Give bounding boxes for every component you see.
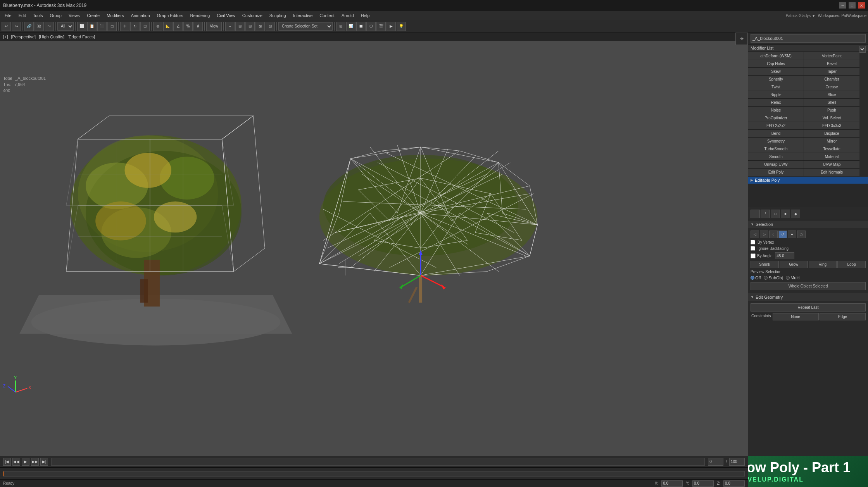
border-mode-button[interactable]: □ [771,210,780,218]
selection-section-header[interactable]: ▼ Selection [748,220,868,228]
render-frame-button[interactable]: ▶ [387,22,396,31]
stack-editable-poly[interactable]: ▶ Editable Poly [748,177,868,184]
mod-athdeform[interactable]: athDeform (WSM) [748,52,804,60]
mod-ripple[interactable]: Ripple [748,91,804,98]
mod-vol-select[interactable]: Vol. Select [804,114,859,122]
scale-button[interactable]: ⊡ [140,22,150,31]
snap-toggle-button[interactable]: 📐 [163,22,173,31]
selection-set-dropdown[interactable]: Create Selection Set [278,22,333,31]
mod-crease[interactable]: Crease [804,83,859,91]
ignore-backfacing-checkbox[interactable] [751,246,755,251]
mod-spherify[interactable]: Spherify [748,76,804,83]
mod-smooth[interactable]: Smooth [748,153,804,160]
undo-button[interactable]: ↩ [2,22,11,31]
shrink-button[interactable]: Shrink [751,261,779,268]
align-button[interactable]: ⊞ [235,22,245,31]
curve-editor-button[interactable]: 📊 [346,22,355,31]
by-angle-checkbox[interactable] [751,253,756,258]
mod-skew[interactable]: Skew [748,68,804,75]
menu-help[interactable]: Help [358,12,373,19]
menu-scripting[interactable]: Scripting [266,12,289,19]
close-button[interactable]: ✕ [858,2,865,9]
subobj-radio[interactable]: SubObj [764,275,783,280]
whole-object-selected-button[interactable]: Whole Object Selected [751,282,866,290]
viewport[interactable]: [+] [Perspective] [High Quality] [Edged … [0,33,748,456]
timeline-bar[interactable] [51,458,705,466]
menu-graph-editors[interactable]: Graph Editors [154,12,186,19]
redo-button[interactable]: ↪ [12,22,21,31]
loop-button[interactable]: Loop [837,261,866,268]
mod-taper[interactable]: Taper [804,68,859,75]
timeline-prev-key-btn[interactable]: ◀◀ [12,458,20,466]
move-button[interactable]: ✛ [120,22,129,31]
mod-shell[interactable]: Shell [804,99,859,106]
select-filter-dropdown[interactable]: All [57,22,74,31]
select-and-move-button[interactable]: ↔ [225,22,235,31]
menu-content[interactable]: Content [316,12,338,19]
mod-push[interactable]: Push [804,107,859,114]
track-bar[interactable] [3,471,745,477]
material-editor-button[interactable]: ⬡ [366,22,376,31]
by-vertex-checkbox[interactable] [751,240,755,244]
grow-button[interactable]: Grow [780,261,808,268]
menu-animation[interactable]: Animation [128,12,153,19]
sel-circle-btn[interactable]: ◌ [797,231,806,238]
window-crossing-button[interactable]: ◻ [107,22,117,31]
manage-layers-button[interactable]: ⊞ [336,22,345,31]
sel-loop-btn[interactable]: ↺ [778,231,787,238]
unlink-button[interactable]: ⛓ [35,22,44,31]
mod-turbosmooth[interactable]: TurboSmooth [748,145,804,153]
mod-ffd2x2x2[interactable]: FFD 2x2x2 [748,122,804,129]
mod-material[interactable]: Material [804,153,859,160]
menu-customize[interactable]: Customize [239,12,266,19]
view-button[interactable]: View [206,22,222,31]
mod-unwrap-uvw[interactable]: Unwrap UVW [748,161,804,168]
maximize-button[interactable]: □ [849,2,856,9]
coord-z-input[interactable] [723,480,745,487]
polygon-mode-button[interactable]: ■ [781,210,790,218]
mod-bend[interactable]: Bend [748,130,804,137]
edge-mode-button[interactable]: / [761,210,770,218]
rectangular-selection-button[interactable]: ⬛ [97,22,107,31]
frame-input[interactable] [708,458,723,466]
mod-ffd3x3x3[interactable]: FFD 3x3x3 [804,122,859,129]
menu-views[interactable]: Views [66,12,83,19]
timeline-prev-frame-btn[interactable]: |◀ [3,458,11,466]
menu-edit[interactable]: Edit [16,12,29,19]
menu-interactive[interactable]: Interactive [290,12,316,19]
sel-dot-btn[interactable]: ● [788,231,796,238]
mod-mirror[interactable]: Mirror [804,138,859,145]
constraints-edge-btn[interactable]: Edge [820,313,866,320]
ring-button[interactable]: Ring [809,261,837,268]
mod-uvw-map[interactable]: UVW Map [804,161,859,168]
vertex-mode-button[interactable]: · [751,210,760,218]
mod-displace[interactable]: Displace [804,130,859,137]
bind-space-warp-button[interactable]: 〜 [45,22,54,31]
coord-y-input[interactable] [692,480,714,487]
spinner-snap-button[interactable]: # [193,22,203,31]
select-by-name-button[interactable]: 📋 [87,22,97,31]
select-object-button[interactable]: ⬜ [77,22,86,31]
use-center-button[interactable]: ⊕ [153,22,162,31]
menu-tools[interactable]: Tools [30,12,46,19]
render-setup-button[interactable]: 🎬 [376,22,386,31]
mirror-button[interactable]: ⊟ [245,22,255,31]
quick-align-button[interactable]: ⊡ [266,22,275,31]
total-frames-input[interactable] [729,458,745,466]
edit-geometry-header[interactable]: ▼ Edit Geometry [748,293,868,301]
sel-shrink-btn[interactable]: ◁ [751,231,759,238]
repeat-last-button[interactable]: Repeat Last [751,303,866,311]
mod-capholes[interactable]: Cap Holes [748,60,804,67]
mod-slice[interactable]: Slice [804,91,859,98]
menu-create[interactable]: Create [84,12,103,19]
mod-relax[interactable]: Relax [748,99,804,106]
viewport-edges[interactable]: [Edged Faces] [67,34,95,39]
select-and-link-button[interactable]: 🔗 [24,22,34,31]
menu-civil-view[interactable]: Civil View [214,12,238,19]
array-button[interactable]: ⊠ [255,22,265,31]
viewport-perspective[interactable]: [Perspective] [11,34,36,39]
mod-chamfer[interactable]: Chamfer [804,76,859,83]
coord-x-input[interactable] [661,480,683,487]
timeline-next-key-btn[interactable]: ▶▶ [31,458,39,466]
timeline-play-btn[interactable]: ▶ [22,458,29,466]
